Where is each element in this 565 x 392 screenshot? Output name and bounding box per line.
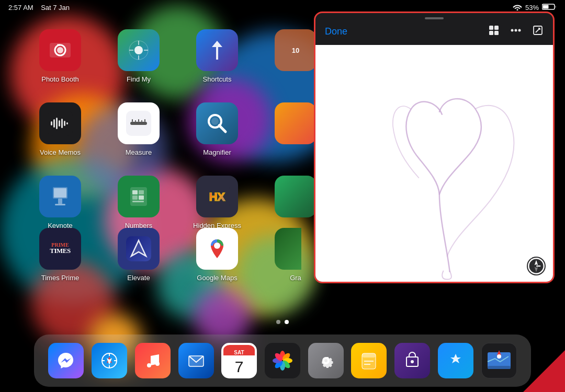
svg-rect-32 [139,190,144,194]
svg-point-4 [57,47,63,53]
app-icon-hidden-express: HX HX [196,176,238,217]
dock-app-store[interactable] [438,343,473,378]
svg-point-75 [411,360,414,363]
app-icon-keynote [39,176,81,217]
app-icon-partial-top: 10 [275,29,317,71]
app-icon-find-my [118,29,160,71]
panel-more-icon[interactable] [510,25,522,39]
svg-rect-35 [132,201,144,202]
app-label-photo-booth: Photo Booth [41,75,79,83]
svg-point-55 [155,362,160,366]
app-measure[interactable]: Measure [110,98,167,171]
app-label-elevate: Elevate [127,274,150,282]
app-icon-numbers [118,176,160,217]
panel-canvas[interactable] [315,45,553,282]
svg-rect-82 [489,31,493,35]
dock-icon-messenger [48,343,84,378]
svg-point-78 [497,354,501,359]
app-icon-partial-bottom [275,176,317,217]
app-grid: Photo Booth Find My Shortcuts 10 [31,25,324,245]
svg-line-88 [536,28,540,32]
panel-header: Done [315,19,553,45]
svg-point-86 [518,29,521,32]
svg-rect-29 [55,204,65,205]
dock-icon-safari [92,343,127,378]
panel-grid-icon[interactable] [488,25,500,39]
dock-photos[interactable] [265,343,300,378]
app-label-google-maps: Google Maps [197,274,237,282]
dock-icon-notes [351,343,387,378]
app-icon-measure [118,102,160,144]
app-icon-photo-booth [39,29,81,71]
panel-autopilot-icon[interactable] [527,257,546,275]
svg-rect-12 [59,120,60,126]
dock-icon-music [135,343,171,378]
app-icon-times-prime: TIMES PRIME [39,228,81,270]
date: Sat 7 Jan [41,4,70,11]
app-label-find-my: Find My [127,75,151,83]
svg-point-25 [211,118,219,125]
svg-rect-18 [132,119,133,122]
svg-rect-1 [543,5,549,8]
svg-rect-20 [138,119,139,122]
app-voice-memos[interactable]: Voice Memos [31,98,89,171]
battery-icon [542,3,557,12]
dock-safari[interactable] [92,343,127,378]
svg-rect-34 [139,195,144,200]
app-label-times-prime: Times Prime [41,274,79,282]
app-icon-shortcuts [196,29,238,71]
dock-maps[interactable] [481,343,517,378]
svg-point-46 [214,243,220,249]
svg-text:TIMES: TIMES [50,247,71,255]
dock-settings[interactable] [308,343,344,378]
app-shortcuts[interactable]: Shortcuts [188,25,246,98]
panel-done-button[interactable]: Done [325,26,347,37]
dock-mail[interactable] [178,343,214,378]
app-photo-booth[interactable]: Photo Booth [31,25,89,98]
svg-rect-81 [494,26,499,30]
svg-rect-10 [53,119,55,128]
app-elevate[interactable]: Elevate [110,224,167,282]
svg-rect-79 [488,366,511,369]
svg-rect-13 [61,119,63,128]
app-label-partial-gra: Gra [290,274,301,282]
svg-rect-31 [132,190,138,194]
dock-store[interactable] [394,343,430,378]
svg-point-7 [134,46,143,54]
svg-text:7: 7 [235,358,244,375]
status-time-date: 2:57 AM Sat 7 Jan [8,4,70,11]
battery-text: 53% [525,4,539,11]
svg-rect-71 [362,353,376,358]
dock-icon-mail [178,343,214,378]
dock-icon-maps [481,343,517,378]
app-label-magnifier: Magnifier [203,148,231,156]
dock-music[interactable] [135,343,171,378]
app-label-measure: Measure [126,148,152,156]
app-label-voice-memos: Voice Memos [40,148,81,156]
svg-rect-15 [66,122,68,124]
svg-line-24 [219,125,225,132]
dock-icon-calendar: SAT 7 [221,343,257,378]
svg-rect-21 [141,120,142,122]
floating-panel: Done [314,11,555,283]
svg-rect-83 [494,31,499,35]
svg-text:HX: HX [209,190,225,203]
app-times-prime[interactable]: TIMES PRIME Times Prime [31,224,89,282]
app-icon-magnifier [196,102,238,144]
svg-point-85 [515,29,517,32]
dock-notes[interactable] [351,343,387,378]
wifi-icon [513,3,522,12]
svg-marker-92 [535,260,538,266]
app-row3: TIMES PRIME Times Prime Elevate [31,224,324,282]
app-google-maps[interactable]: Google Maps [188,224,246,282]
svg-rect-22 [144,119,145,122]
svg-rect-17 [130,122,147,125]
dock-icon-settings [308,343,344,378]
app-find-my[interactable]: Find My [110,25,167,98]
dock-calendar[interactable]: SAT 7 [221,343,257,378]
panel-edit-icon[interactable] [532,25,544,39]
panel-actions [488,25,544,39]
page-dot-2 [285,320,289,324]
dock-messenger[interactable] [48,343,84,378]
app-magnifier[interactable]: Magnifier [188,98,246,171]
